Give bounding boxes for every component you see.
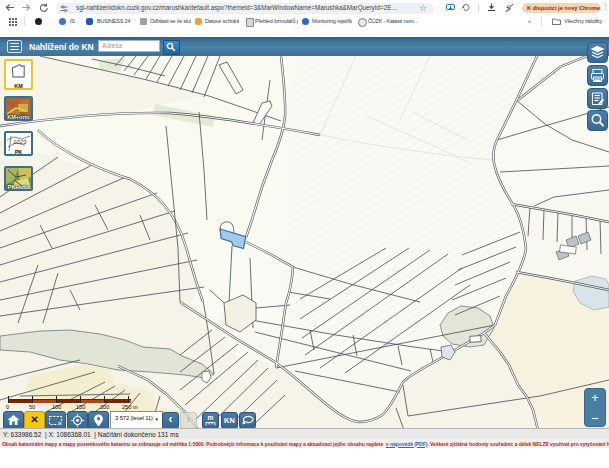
- svg-text:1023: 1023: [13, 139, 27, 145]
- svg-text:m: m: [208, 414, 214, 421]
